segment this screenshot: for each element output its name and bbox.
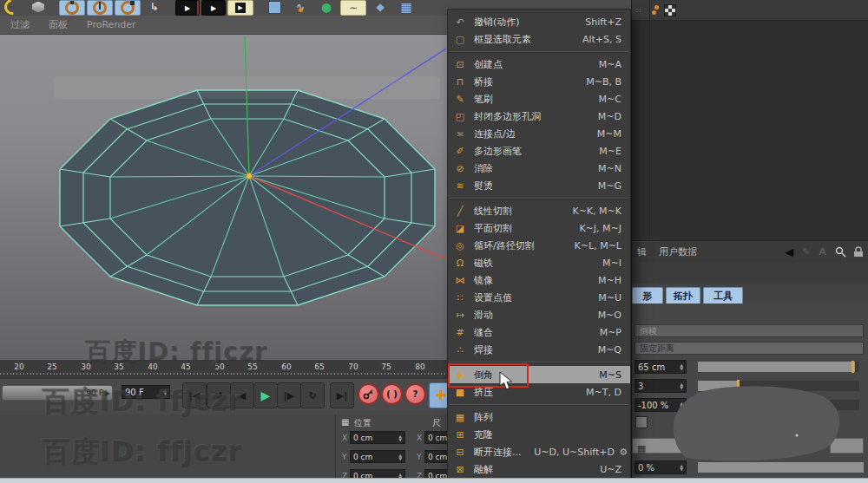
viewport-menu-filter[interactable]: 过滤 — [10, 18, 30, 31]
edges-mode-icon-button[interactable] — [87, 0, 113, 16]
watermark-band — [54, 76, 440, 99]
volume-icon-button[interactable]: ◆ — [368, 0, 392, 14]
menu-item-plane-cut[interactable]: ◪平面切割K~J, M~J — [448, 219, 630, 237]
menu-item-undo[interactable]: ↶撤销(动作)Shift+Z — [448, 13, 630, 30]
keyframe-selection-button[interactable]: ( ) — [381, 383, 403, 405]
menu-item-mirror[interactable]: ⋈镜像M~H — [448, 271, 630, 289]
pen-icon[interactable]: ✎ — [802, 246, 810, 258]
position-y-stepper[interactable]: ▲▼ — [398, 454, 402, 460]
menu-item-weld[interactable]: ∴焊接M~Q — [448, 341, 630, 358]
limit-checkbox[interactable] — [635, 416, 648, 428]
menu-item-close-polygon-hole[interactable]: ◰封闭多边形孔洞M~D — [448, 108, 630, 125]
deformer-icon-button[interactable]: ∼ — [340, 0, 366, 16]
texture-tag-icon[interactable] — [664, 4, 676, 16]
position-x-stepper[interactable]: ▲▼ — [398, 434, 402, 441]
menu-item-brush[interactable]: ✎笔刷M~C — [448, 90, 630, 108]
menu-item-frame-selected[interactable]: ▢框显选取元素Alt+S, S — [448, 30, 630, 48]
attribute-manager-gap — [632, 263, 868, 284]
position-y-field[interactable]: 0 cm▲▼ — [350, 450, 405, 463]
bevel-mode-dropdown[interactable]: 倒棱 — [635, 324, 864, 337]
menu-item-set-point-value[interactable]: ∷设置点值M~U — [448, 289, 630, 306]
bottom-percent-value: 0 % — [638, 463, 654, 473]
menu-item-label: 熨烫 — [474, 179, 493, 193]
next-key-button[interactable]: ↻ — [300, 382, 325, 408]
menu-item-polygon-pen[interactable]: ✐多边形画笔M~E — [448, 142, 630, 160]
goto-end-button[interactable]: ▶| — [330, 382, 354, 408]
subdivision-surface-icon-button[interactable]: ● — [314, 0, 339, 14]
menu-item-shortcut: M~C — [599, 94, 630, 105]
spline-pen-icon-button[interactable] — [0, 0, 24, 14]
viewport-3d[interactable] — [0, 35, 447, 360]
menu-item-disconnect[interactable]: ⊟断开连接...U~D, U~Shift+D⚙ — [448, 443, 630, 460]
offset-stepper[interactable]: ▲▼ — [680, 363, 683, 370]
menu-item-iron[interactable]: ≋熨烫M~G — [448, 177, 630, 194]
position-x-field[interactable]: 0 cm▲▼ — [350, 431, 405, 444]
play-button[interactable]: ▶ — [253, 382, 278, 408]
size-axis-label-y: Y — [417, 453, 422, 461]
gear-icon[interactable]: ⚙ — [619, 447, 628, 458]
model-mode-icon-button[interactable] — [26, 0, 50, 14]
menu-item-create-point[interactable]: ⊡创建点M~A — [448, 55, 630, 73]
viewport-menu-panel[interactable]: 面板 — [49, 18, 68, 31]
render-settings-icon-button[interactable]: ▶ — [227, 0, 253, 16]
menu-item-label: 创建点 — [474, 58, 503, 71]
menu-item-shortcut: M~N — [598, 163, 630, 174]
menu-item-magnet[interactable]: Ω磁铁M~I — [448, 254, 630, 271]
render-view-icon-button[interactable]: ▶ — [175, 0, 200, 16]
tab-deform[interactable]: 形 — [632, 287, 663, 304]
menu-item-line-cut[interactable]: ╱线性切割K~K, M~K — [448, 202, 630, 219]
menu-item-label: 阵列 — [474, 411, 493, 424]
viewport-menu-prorender[interactable]: ProRender — [87, 19, 136, 30]
menu-item-loop-cut[interactable]: ◎循环/路径切割K~L, M~L — [448, 237, 630, 254]
text-a-icon[interactable]: A — [819, 246, 826, 258]
visibility-dots-icon[interactable] — [652, 2, 659, 18]
menu-item-clone[interactable]: ⊞克隆 — [448, 426, 630, 443]
spline-icon-button[interactable]: ∿ — [288, 0, 312, 14]
menu-item-melt[interactable]: ⊠融解U~Z — [448, 460, 630, 478]
menu-item-label: 磁铁 — [474, 257, 493, 270]
render-region-icon-button[interactable]: ▶ — [201, 0, 226, 16]
offset-slider-end — [855, 362, 859, 372]
menu-item-bridge[interactable]: ⊓桥接M~B, B — [448, 73, 630, 90]
menu-item-shortcut: K~K, M~K — [572, 206, 630, 217]
slide-icon: ↦ — [452, 310, 468, 321]
edges-mode-icon — [93, 1, 107, 15]
menu-item-stitch[interactable]: #缝合M~P — [448, 323, 630, 341]
offset-slider[interactable] — [698, 362, 859, 372]
points-mode-icon-button[interactable] — [59, 0, 85, 16]
ruler-tick: 65 — [314, 362, 324, 371]
menu-separator — [448, 401, 630, 408]
menu-item-slide[interactable]: ↦滑动M~O — [448, 306, 630, 323]
tool-options-body: 倒棱 固定距离 65 cm ▲▼ 3 ▲▼ -100 % ▲▼ ▦ 0 % ▲▼ — [632, 304, 868, 478]
tab-topology[interactable]: 拓扑 — [666, 287, 700, 304]
menu-item-array[interactable]: ▦阵列 — [448, 408, 630, 426]
menu-item-dissolve[interactable]: ⊘消除M~N — [448, 160, 630, 177]
grid-small-icon: ▦ — [637, 443, 646, 454]
render-view-icon: ▶ — [185, 4, 190, 12]
next-frame-button[interactable]: |▶ — [277, 382, 301, 408]
attr-menu-edit[interactable]: 辑 — [637, 245, 647, 258]
menu-item-shortcut: M~H — [598, 275, 630, 286]
dissolve-icon: ⊘ — [452, 163, 468, 174]
menu-item-label: 多边形画笔 — [474, 145, 522, 158]
workplane-arrow-icon-button[interactable]: ↳ — [142, 0, 167, 14]
autokeying-button[interactable]: ? — [404, 383, 426, 405]
menu-item-label: 缝合 — [474, 326, 493, 339]
primitive-cube-icon-button[interactable] — [262, 0, 286, 14]
offset-field[interactable]: 65 cm ▲▼ — [635, 360, 687, 374]
search-icon[interactable] — [835, 246, 846, 258]
offset-mode-dropdown[interactable]: 固定距离 — [635, 342, 864, 355]
record-keyframe-button[interactable] — [358, 383, 379, 405]
polygons-mode-icon-button[interactable] — [115, 0, 141, 16]
tab-tool[interactable]: 工具 — [703, 287, 743, 304]
offset-slider-handle[interactable] — [852, 361, 854, 373]
connect-points-icon: ≍ — [452, 128, 468, 140]
attr-menu-user-data[interactable]: 用户数据 — [659, 245, 697, 258]
floor-grid-icon-button[interactable]: ▦ — [394, 0, 418, 14]
menu-item-label: 克隆 — [474, 428, 493, 441]
lock-icon[interactable] — [853, 246, 864, 258]
bridge-icon: ⊓ — [452, 76, 468, 88]
menu-item-connect-points[interactable]: ≍连接点/边M~M — [448, 125, 630, 142]
position-header: 位置 — [354, 417, 372, 429]
back-arrow-icon[interactable]: ◀ — [785, 245, 793, 258]
